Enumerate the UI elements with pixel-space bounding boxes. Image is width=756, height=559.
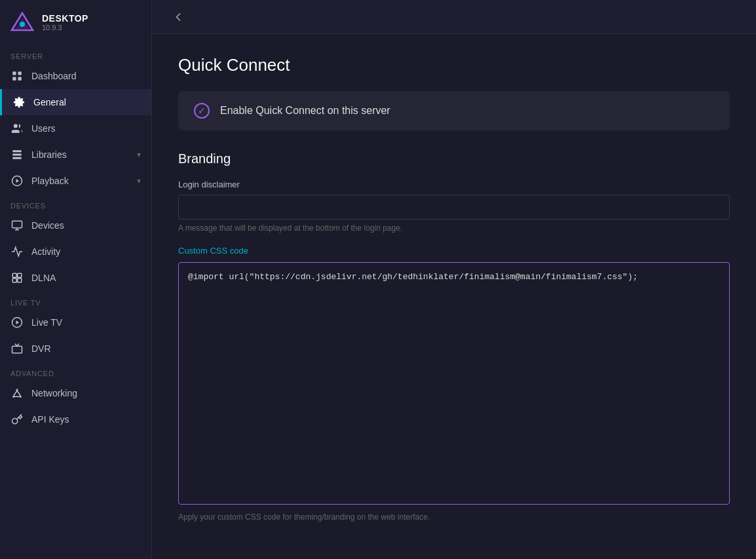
svg-rect-6 [18,77,22,81]
checkmark-icon: ✓ [198,106,206,116]
svg-rect-3 [12,71,16,75]
sidebar-item-dashboard[interactable]: Dashboard [0,63,151,89]
sidebar-item-label-general: General [33,97,141,107]
main-content: Quick Connect ✓ Enable Quick Connect on … [152,0,756,559]
sidebar-item-label-dashboard: Dashboard [31,71,141,81]
livetv-section-label: Live TV [0,291,151,309]
sidebar-item-label-users: Users [31,123,141,134]
sidebar-item-label-devices: Devices [31,220,141,231]
svg-rect-4 [18,71,22,75]
svg-rect-18 [12,279,16,282]
sidebar-item-label-api-keys: API Keys [31,414,141,425]
svg-line-26 [14,391,17,396]
app-title: DESKTOP 10.9.3 [42,13,88,31]
sidebar-item-playback[interactable]: Playback ▾ [0,168,151,194]
sidebar-item-label-networking: Networking [31,388,141,398]
login-disclaimer-label: Login disclaimer [178,180,730,189]
sidebar-item-general[interactable]: General [0,89,151,115]
sidebar-item-api-keys[interactable]: API Keys [0,406,151,433]
app-name: DESKTOP [42,13,88,24]
svg-rect-17 [18,273,22,277]
devices-icon [10,219,24,232]
quick-connect-label: Enable Quick Connect on this server [220,105,390,117]
libraries-chevron-icon: ▾ [137,150,141,159]
dvr-icon [10,342,24,355]
custom-css-label[interactable]: Custom CSS code [178,246,730,256]
api-keys-icon [10,413,24,426]
svg-point-23 [16,389,18,391]
branding-title: Branding [178,151,730,166]
sidebar-item-label-playback: Playback [31,176,129,186]
app-header: DESKTOP 10.9.3 [0,0,151,45]
networking-icon [10,387,24,400]
svg-rect-10 [12,157,22,159]
library-icon [10,148,24,161]
sidebar-item-label-livetv: Live TV [31,317,141,328]
sidebar-item-dvr[interactable]: DVR [0,336,151,362]
users-icon [10,122,24,135]
svg-rect-22 [12,346,22,353]
activity-icon [10,245,24,258]
login-disclaimer-hint: A message that will be displayed at the … [178,223,730,233]
svg-rect-9 [12,154,22,156]
dlna-icon [10,271,24,284]
svg-marker-21 [16,320,20,324]
svg-rect-19 [18,279,22,282]
sidebar-item-label-libraries: Libraries [31,149,129,160]
custom-css-hint: Apply your custom CSS code for theming/b… [178,512,730,522]
server-section-label: Server [0,45,151,63]
svg-marker-12 [16,179,20,183]
topbar [152,0,756,34]
page-content: Quick Connect ✓ Enable Quick Connect on … [152,34,756,559]
dashboard-icon [10,69,24,83]
svg-rect-8 [12,150,22,152]
sidebar-item-dlna[interactable]: DLNA [0,265,151,291]
login-disclaimer-input[interactable] [178,195,730,220]
livetv-icon [10,316,24,329]
advanced-section-label: Advanced [0,362,151,380]
app-logo-icon [10,10,34,34]
app-version: 10.9.3 [42,24,88,31]
devices-section-label: Devices [0,194,151,212]
svg-point-2 [20,22,25,27]
gear-icon [12,96,26,109]
custom-css-textarea[interactable] [178,262,730,505]
svg-point-7 [14,124,18,128]
playback-icon [10,174,24,187]
playback-chevron-icon: ▾ [137,176,141,185]
sidebar-item-activity[interactable]: Activity [0,239,151,265]
sidebar-item-libraries[interactable]: Libraries ▾ [0,142,151,168]
sidebar-item-label-dlna: DLNA [31,273,141,283]
quick-connect-box: ✓ Enable Quick Connect on this server [178,91,730,130]
back-button[interactable] [168,7,189,28]
sidebar-item-livetv[interactable]: Live TV [0,309,151,336]
svg-rect-5 [12,77,16,81]
sidebar: DESKTOP 10.9.3 Server Dashboard General … [0,0,152,559]
sidebar-item-users[interactable]: Users [0,115,151,142]
svg-rect-16 [12,273,16,277]
sidebar-item-label-dvr: DVR [31,343,141,354]
svg-line-27 [17,391,20,396]
sidebar-item-devices[interactable]: Devices [0,212,151,239]
sidebar-item-networking[interactable]: Networking [0,380,151,406]
svg-rect-13 [12,221,22,228]
enable-quick-connect-checkbox[interactable]: ✓ [194,103,210,119]
page-title: Quick Connect [178,55,730,75]
sidebar-item-label-activity: Activity [31,246,141,257]
